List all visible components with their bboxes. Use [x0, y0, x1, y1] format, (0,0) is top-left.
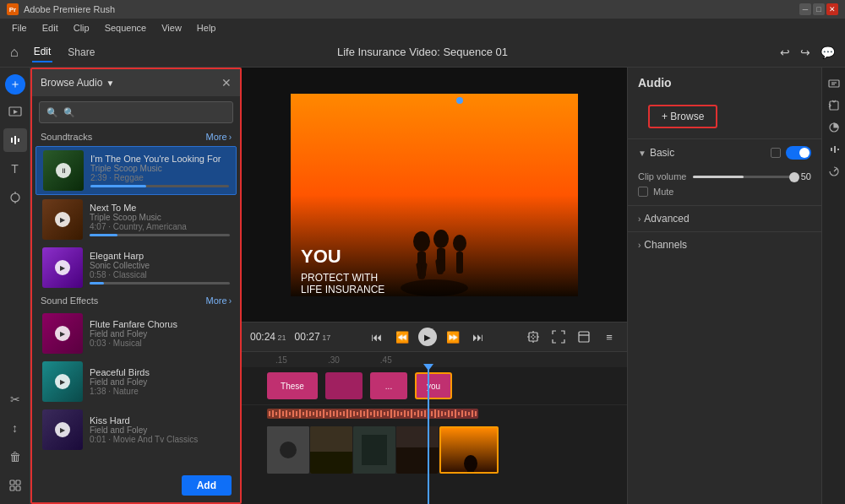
step-back-button[interactable]: ⏪: [393, 328, 412, 346]
basic-toggle-switch[interactable]: [786, 146, 811, 160]
text-clip-dots[interactable]: ...: [370, 372, 407, 399]
svg-rect-67: [397, 411, 399, 416]
text-clip-these[interactable]: These: [267, 372, 318, 399]
sidebar-audio-icon[interactable]: [3, 128, 27, 152]
track-play-icon-3[interactable]: ▶: [55, 260, 70, 275]
step-forward-button[interactable]: ⏩: [444, 328, 462, 346]
svg-rect-42: [313, 412, 314, 415]
sound-effect-item-2[interactable]: ▶ Peaceful Birds Field and Foley 1:38 · …: [35, 358, 237, 405]
menu-file[interactable]: File: [5, 21, 34, 35]
soundtracks-more-link[interactable]: More ›: [206, 132, 232, 142]
add-media-button[interactable]: ＋: [5, 74, 25, 95]
search-icon: 🔍: [46, 107, 58, 118]
play-button[interactable]: ▶: [418, 328, 437, 346]
video-clip-5[interactable]: [439, 426, 499, 474]
settings-transport-button[interactable]: ≡: [600, 328, 619, 346]
svg-rect-5: [16, 480, 20, 485]
close-panel-button[interactable]: ✕: [221, 76, 232, 89]
home-button[interactable]: ⌂: [10, 45, 19, 60]
sidebar-media-icon[interactable]: [3, 100, 27, 123]
minimize-button[interactable]: ─: [799, 3, 811, 15]
title-bar-controls[interactable]: ─ □ ✕: [799, 3, 838, 15]
sound-effect-item-1[interactable]: ▶ Flute Fanfare Chorus Field and Foley 0…: [35, 310, 237, 357]
skip-back-button[interactable]: ⏮: [368, 328, 386, 346]
sound-effect-item-3[interactable]: ▶ Kiss Hard Field and Foley 0:01 · Movie…: [35, 406, 237, 453]
sound-effect-artist-1: Field and Foley: [90, 329, 230, 339]
crop-button[interactable]: [524, 328, 542, 346]
menu-view[interactable]: View: [155, 21, 188, 35]
sound-effect-play-icon-3[interactable]: ▶: [55, 422, 70, 437]
timeline-playhead[interactable]: [428, 367, 429, 504]
right-panel: Audio + Browse ▼ Basic Cl: [627, 68, 821, 504]
sound-effect-play-icon-2[interactable]: ▶: [55, 374, 70, 389]
track-item-2[interactable]: ▶ Next To Me Triple Scoop Music 4:07 · C…: [35, 196, 237, 243]
clip-volume-slider[interactable]: [693, 176, 793, 178]
audio-icon[interactable]: [825, 140, 843, 159]
audio-list-scroll[interactable]: Soundtracks More › ⏸ I'm The One You're …: [32, 128, 240, 502]
track-play-icon-1[interactable]: ⏸: [56, 163, 71, 178]
fit-button[interactable]: [549, 328, 568, 346]
svg-rect-57: [363, 411, 365, 416]
text-clip-you[interactable]: you: [415, 372, 452, 399]
track-item-3[interactable]: ▶ Elegant Harp Sonic Collective 0:58 · C…: [35, 244, 237, 291]
video-clip-3[interactable]: [353, 426, 395, 474]
video-clip-1[interactable]: [267, 426, 309, 474]
sound-effect-meta-1: 0:03 · Musical: [90, 339, 230, 348]
sound-effects-more-link[interactable]: More ›: [206, 295, 232, 306]
search-input[interactable]: [63, 107, 226, 117]
undo-button[interactable]: ↩: [780, 46, 790, 59]
track-play-icon-2[interactable]: ▶: [55, 212, 70, 227]
sound-effect-play-icon-1[interactable]: ▶: [55, 326, 70, 341]
tab-edit[interactable]: Edit: [32, 42, 53, 62]
svg-point-23: [456, 97, 463, 104]
menu-sequence[interactable]: Sequence: [98, 21, 154, 35]
browse-button-area: + Browse: [628, 98, 821, 138]
color-icon[interactable]: [825, 118, 843, 137]
channels-section-header[interactable]: › Channels: [628, 232, 821, 257]
speed-icon[interactable]: [825, 162, 843, 181]
browse-button[interactable]: + Browse: [648, 105, 717, 128]
svg-rect-71: [411, 409, 412, 418]
main-layout: ＋ T ✂ ↕ 🗑 Browse Audio ▼ ✕ 🔍: [0, 68, 845, 504]
video-clip-2[interactable]: [310, 426, 352, 474]
properties-icon[interactable]: [825, 74, 843, 93]
transform-icon[interactable]: [825, 96, 843, 115]
svg-rect-54: [353, 411, 355, 416]
top-nav: ⌂ Edit Share Life Insurance Video: Seque…: [0, 37, 845, 68]
sidebar-cut-icon[interactable]: ✂: [3, 387, 27, 411]
ruler-mark-1: .15: [275, 355, 287, 365]
close-button[interactable]: ✕: [826, 3, 838, 15]
basic-checkbox[interactable]: [771, 148, 781, 158]
redo-button[interactable]: ↪: [800, 46, 810, 59]
app-title: Adobe Premiere Rush: [24, 4, 115, 14]
fullscreen-button[interactable]: [575, 328, 593, 346]
menu-clip[interactable]: Clip: [67, 21, 96, 35]
title-bar-left: Pr Adobe Premiere Rush: [7, 3, 115, 15]
skip-forward-button[interactable]: ⏭: [469, 328, 488, 346]
audio-clip[interactable]: [267, 409, 478, 419]
sidebar-delete-icon[interactable]: 🗑: [3, 445, 27, 469]
sidebar-text-icon[interactable]: T: [3, 157, 27, 181]
sidebar-transition-icon[interactable]: ↕: [3, 416, 27, 440]
sidebar-settings-icon[interactable]: [3, 474, 27, 497]
basic-section-header[interactable]: ▼ Basic: [628, 139, 821, 166]
svg-rect-36: [292, 410, 294, 417]
comment-button[interactable]: 💬: [820, 46, 835, 59]
mute-label: Mute: [653, 187, 673, 197]
text-clip-empty[interactable]: [325, 372, 363, 399]
menu-edit[interactable]: Edit: [35, 21, 65, 35]
add-audio-button[interactable]: Add: [182, 475, 232, 496]
svg-rect-68: [401, 412, 402, 415]
track-item-1[interactable]: ⏸ I'm The One You're Looking For Triple …: [35, 146, 237, 195]
maximize-button[interactable]: □: [813, 3, 825, 15]
menu-help[interactable]: Help: [190, 21, 223, 35]
dropdown-arrow-icon[interactable]: ▼: [106, 79, 114, 88]
advanced-section-header[interactable]: › Advanced: [628, 206, 821, 231]
video-clip-4[interactable]: [396, 426, 439, 474]
sidebar-effects-icon[interactable]: [3, 186, 27, 209]
track-thumb-3: ▶: [42, 247, 83, 288]
mute-checkbox[interactable]: [638, 187, 648, 197]
svg-rect-90: [475, 411, 477, 416]
tab-share[interactable]: Share: [66, 43, 96, 62]
svg-rect-66: [394, 410, 395, 417]
